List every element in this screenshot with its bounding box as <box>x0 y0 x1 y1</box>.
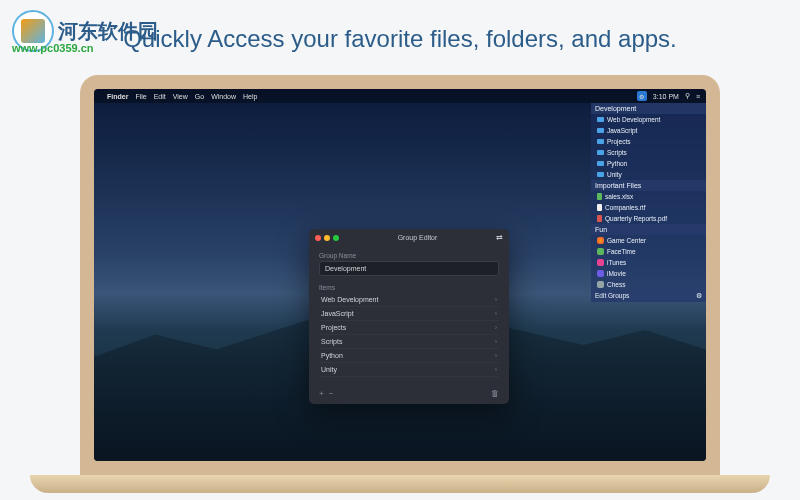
site-name: 河东软件园 <box>58 18 158 45</box>
sidebar-item[interactable]: Web Development <box>591 114 706 125</box>
window-traffic-lights[interactable] <box>315 235 339 241</box>
list-item[interactable]: Web Development› <box>319 293 499 307</box>
rtf-icon <box>597 204 602 211</box>
sidebar-item[interactable]: iMovie <box>591 268 706 279</box>
notifications-icon[interactable]: ≡ <box>696 93 700 100</box>
remove-item-button[interactable]: − <box>329 389 334 398</box>
list-item[interactable]: Unity› <box>319 363 499 377</box>
trash-icon[interactable]: 🗑 <box>491 389 499 398</box>
menu-go[interactable]: Go <box>195 93 204 100</box>
sidebar-item[interactable]: Projects <box>591 136 706 147</box>
edit-groups-button[interactable]: Edit Groups <box>595 292 629 300</box>
sidebar-item[interactable]: Python <box>591 158 706 169</box>
sidebar-item[interactable]: Quarterly Reports.pdf <box>591 213 706 224</box>
xlsx-icon <box>597 193 602 200</box>
chevron-right-icon: › <box>495 352 497 359</box>
sidebar-item[interactable]: Unity <box>591 169 706 180</box>
menu-help[interactable]: Help <box>243 93 257 100</box>
group-name-input[interactable]: Development <box>319 261 499 276</box>
folder-icon <box>597 128 604 133</box>
menu-file[interactable]: File <box>135 93 146 100</box>
sidebar-item[interactable]: JavaScript <box>591 125 706 136</box>
sidebar-item[interactable]: Game Center <box>591 235 706 246</box>
add-item-button[interactable]: + <box>319 389 324 398</box>
sidebar-item[interactable]: FaceTime <box>591 246 706 257</box>
desktop-screen: Finder File Edit View Go Window Help ⚙ 3… <box>94 89 706 461</box>
group-header-fun[interactable]: Fun <box>591 224 706 235</box>
chevron-right-icon: › <box>495 296 497 303</box>
editor-title: Group Editor <box>339 234 496 241</box>
list-item[interactable]: JavaScript› <box>319 307 499 321</box>
chevron-right-icon: › <box>495 324 497 331</box>
folder-icon <box>597 172 604 177</box>
imovie-icon <box>597 270 604 277</box>
menu-edit[interactable]: Edit <box>154 93 166 100</box>
spotlight-icon[interactable]: ⚲ <box>685 92 690 100</box>
settings-icon[interactable]: ⚙ <box>696 292 702 300</box>
folder-icon <box>597 139 604 144</box>
items-list: Web Development› JavaScript› Projects› S… <box>319 293 499 377</box>
nav-arrows-icon[interactable]: ⇄ <box>496 233 503 242</box>
itunes-icon <box>597 259 604 266</box>
menubar-clock[interactable]: 3:10 PM <box>653 93 679 100</box>
chevron-right-icon: › <box>495 366 497 373</box>
site-url: www.pc0359.cn <box>12 42 94 54</box>
group-header-development[interactable]: Development <box>591 103 706 114</box>
close-icon[interactable] <box>315 235 321 241</box>
list-item[interactable]: Projects› <box>319 321 499 335</box>
chess-icon <box>597 281 604 288</box>
chevron-right-icon: › <box>495 310 497 317</box>
items-label: Items <box>319 284 499 291</box>
facetime-icon <box>597 248 604 255</box>
list-item[interactable]: Python› <box>319 349 499 363</box>
menu-window[interactable]: Window <box>211 93 236 100</box>
laptop-base <box>30 475 770 493</box>
list-item[interactable]: Scripts› <box>319 335 499 349</box>
laptop-mockup: Finder File Edit View Go Window Help ⚙ 3… <box>80 75 720 493</box>
group-header-important[interactable]: Important Files <box>591 180 706 191</box>
group-name-label: Group Name <box>319 252 499 259</box>
quick-access-panel: Development Web Development JavaScript P… <box>591 103 706 302</box>
sidebar-item[interactable]: iTunes <box>591 257 706 268</box>
chevron-right-icon: › <box>495 338 497 345</box>
menubar-app-icon[interactable]: ⚙ <box>637 91 647 101</box>
minimize-icon[interactable] <box>324 235 330 241</box>
group-editor-window: Group Editor ⇄ Group Name Development It… <box>309 229 509 404</box>
gamecenter-icon <box>597 237 604 244</box>
menu-view[interactable]: View <box>173 93 188 100</box>
sidebar-item[interactable]: sales.xlsx <box>591 191 706 202</box>
menubar-app[interactable]: Finder <box>107 93 128 100</box>
sidebar-item[interactable]: Scripts <box>591 147 706 158</box>
sidebar-item[interactable]: Companies.rtf <box>591 202 706 213</box>
sidebar-item[interactable]: Chess <box>591 279 706 290</box>
folder-icon <box>597 161 604 166</box>
pdf-icon <box>597 215 602 222</box>
folder-icon <box>597 150 604 155</box>
menubar: Finder File Edit View Go Window Help ⚙ 3… <box>94 89 706 103</box>
folder-icon <box>597 117 604 122</box>
